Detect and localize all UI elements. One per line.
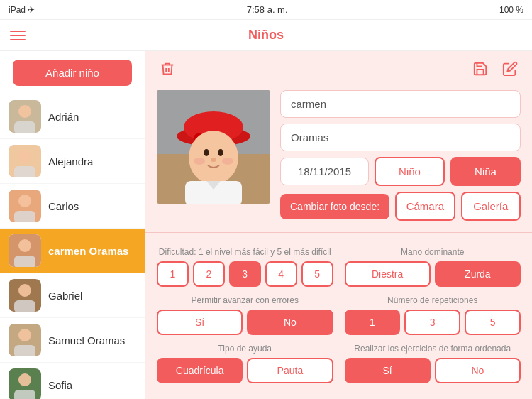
child-avatar	[9, 145, 41, 177]
help-pauta-button[interactable]: Pauta	[247, 358, 333, 383]
first-name-field[interactable]	[280, 90, 521, 118]
diff-btn-1[interactable]: 1	[157, 261, 189, 287]
add-child-button[interactable]: Añadir niño	[13, 60, 132, 86]
hamburger-line-1	[10, 31, 26, 32]
ordered-no[interactable]: No	[435, 358, 521, 383]
status-time: 7:58 a. m.	[247, 4, 288, 15]
child-name: Adrián	[48, 111, 79, 123]
diff-btn-3[interactable]: 3	[229, 261, 261, 287]
svg-rect-20	[14, 390, 35, 399]
svg-rect-2	[14, 121, 35, 133]
svg-rect-11	[14, 256, 35, 267]
save-button[interactable]	[470, 58, 491, 83]
child-name: Alejandra	[48, 155, 93, 168]
toolbar-right	[470, 58, 521, 83]
hand-left-button[interactable]: Zurda	[435, 261, 521, 287]
app-body: Añadir niño Adrián Alejandra Carlos carm…	[0, 51, 532, 399]
rep-btn-3[interactable]: 3	[404, 310, 460, 335]
ipad-label: iPad ✈	[9, 5, 35, 15]
svg-point-13	[18, 284, 31, 297]
hamburger-line-3	[10, 39, 26, 40]
help-grid-button[interactable]: Cuadrícula	[157, 358, 243, 383]
photo-change-row: Cambiar foto desde: Cámara Galería	[280, 192, 521, 221]
child-avatar	[9, 100, 41, 133]
gender-row: 18/11/2015 Niño Niña	[280, 157, 521, 186]
child-avatar	[9, 368, 41, 399]
svg-point-30	[211, 158, 216, 162]
hand-group: Mano dominante Diestra Zurda	[345, 247, 521, 287]
svg-point-29	[218, 149, 223, 156]
hand-right-button[interactable]: Diestra	[345, 261, 431, 287]
allow-errors-group: Permitir avanzar con errores Sí No	[157, 295, 333, 335]
svg-point-4	[18, 150, 31, 163]
status-left: iPad ✈	[9, 5, 35, 15]
child-list: Adrián Alejandra Carlos carmen Oramas Ga…	[0, 94, 145, 399]
change-photo-label: Cambiar foto desde:	[280, 194, 389, 219]
toolbar-left	[157, 58, 178, 83]
difficulty-group: Dificultad: 1 el nivel más fácil y 5 el …	[157, 247, 333, 287]
repetitions-label: Número de repeticiones	[345, 295, 521, 305]
photo-inner	[157, 90, 270, 204]
gender-girl-button[interactable]: Niña	[450, 157, 521, 186]
child-avatar	[9, 234, 41, 267]
svg-point-31	[194, 158, 205, 165]
child-item[interactable]: Adrián	[0, 94, 145, 139]
last-name-field[interactable]	[280, 124, 521, 151]
child-name: carmen Oramas	[48, 245, 128, 257]
child-avatar	[9, 324, 41, 356]
svg-point-7	[18, 195, 31, 207]
status-battery: 100 %	[499, 5, 523, 15]
svg-point-1	[18, 105, 31, 118]
rep-btn-5[interactable]: 5	[465, 310, 521, 335]
toolbar	[145, 51, 532, 90]
ordered-buttons: Sí No	[345, 358, 521, 383]
child-avatar	[9, 190, 41, 222]
allow-errors-yes[interactable]: Sí	[157, 310, 243, 335]
status-bar: iPad ✈ 7:58 a. m. 100 %	[0, 0, 532, 20]
gender-boy-button[interactable]: Niño	[375, 157, 445, 186]
diff-btn-4[interactable]: 4	[265, 261, 297, 287]
allow-errors-label: Permitir avanzar con errores	[157, 295, 333, 305]
child-item[interactable]: carmen Oramas	[0, 229, 145, 273]
gallery-button[interactable]: Galería	[461, 192, 521, 221]
camera-button[interactable]: Cámara	[395, 192, 455, 221]
settings-divider	[145, 232, 532, 233]
delete-button[interactable]	[157, 58, 178, 83]
svg-rect-17	[14, 345, 35, 356]
difficulty-buttons: 1 2 3 4 5	[157, 261, 333, 287]
settings-section: Dificultad: 1 el nivel más fácil y 5 el …	[145, 241, 532, 398]
settings-row-2: Permitir avanzar con errores Sí No Númer…	[157, 295, 521, 335]
hand-buttons: Diestra Zurda	[345, 261, 521, 287]
baby-illustration	[157, 90, 270, 204]
allow-errors-no[interactable]: No	[247, 310, 333, 335]
child-item[interactable]: Samuel Oramas	[0, 318, 145, 363]
child-item[interactable]: Gabriel	[0, 273, 145, 318]
birthdate-field[interactable]: 18/11/2015	[280, 158, 369, 185]
diff-btn-2[interactable]: 2	[193, 261, 225, 287]
profile-photo	[157, 90, 270, 204]
svg-point-19	[18, 373, 31, 386]
profile-section: 18/11/2015 Niño Niña Cambiar foto desde:…	[145, 90, 532, 229]
menu-button[interactable]	[10, 31, 26, 40]
difficulty-label: Dificultad: 1 el nivel más fácil y 5 el …	[157, 247, 333, 257]
child-item[interactable]: Carlos	[0, 184, 145, 229]
child-avatar	[9, 279, 41, 312]
rep-btn-1[interactable]: 1	[345, 310, 401, 335]
svg-rect-14	[14, 300, 35, 312]
hamburger-line-2	[10, 35, 26, 36]
diff-btn-5[interactable]: 5	[301, 261, 333, 287]
edit-button[interactable]	[499, 58, 521, 83]
ordered-group: Realizar los ejercicios de forma ordenad…	[345, 344, 521, 383]
settings-row-1: Dificultad: 1 el nivel más fácil y 5 el …	[157, 247, 521, 287]
allow-errors-buttons: Sí No	[157, 310, 333, 335]
help-type-label: Tipo de ayuda	[157, 344, 333, 354]
svg-point-10	[18, 239, 31, 252]
child-name: Samuel Oramas	[48, 334, 125, 346]
help-type-group: Tipo de ayuda Cuadrícula Pauta	[157, 344, 333, 383]
svg-rect-5	[14, 166, 35, 177]
svg-point-28	[204, 149, 209, 156]
child-item[interactable]: Sofia	[0, 363, 145, 399]
child-item[interactable]: Alejandra	[0, 139, 145, 184]
ordered-yes[interactable]: Sí	[345, 358, 431, 383]
help-type-buttons: Cuadrícula Pauta	[157, 358, 333, 383]
